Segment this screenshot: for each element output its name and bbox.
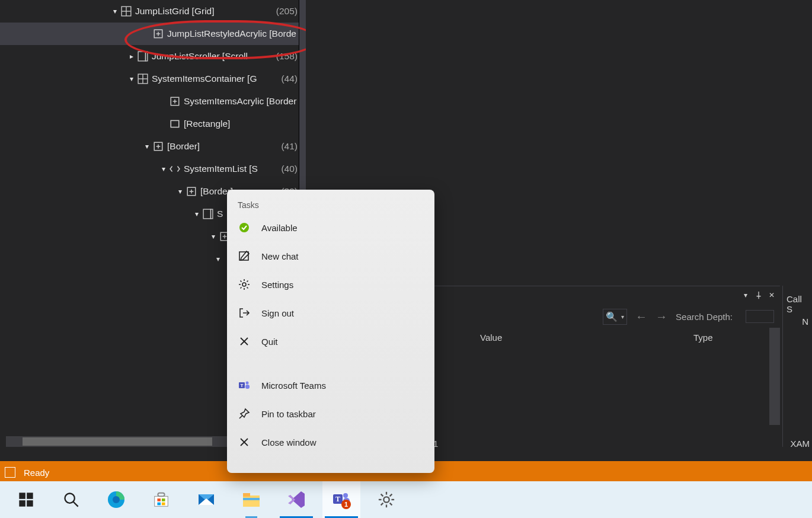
jl-item-new-chat[interactable]: New chat [227, 242, 434, 270]
tree-count: (44) [281, 73, 298, 84]
svg-rect-38 [157, 503, 161, 506]
svg-rect-34 [155, 496, 168, 506]
expander-icon[interactable]: ▾ [127, 75, 136, 83]
jl-label: Available [261, 223, 298, 233]
scrollbar-thumb[interactable] [23, 437, 212, 446]
border-icon [153, 28, 164, 39]
search-dropdown-icon[interactable]: ▾ [621, 314, 624, 320]
svg-rect-21 [203, 209, 210, 219]
expander-icon[interactable]: ▾ [142, 142, 152, 151]
svg-text:T: T [335, 495, 340, 503]
tree-label: JumpListRestyledAcrylic [Borde [167, 28, 296, 39]
jl-label: Pin to taskbar [261, 409, 316, 419]
scrollviewer-icon [138, 51, 148, 62]
jl-item-available[interactable]: Available [227, 213, 434, 242]
taskbar-start[interactable] [7, 481, 45, 518]
tree-label: JumpListGrid [Grid] [135, 6, 215, 17]
jl-label: Settings [261, 280, 293, 290]
jl-item-teams[interactable]: T Microsoft Teams [227, 371, 434, 399]
panel-scrollbar-vertical[interactable] [769, 328, 780, 425]
taskbar-file-explorer[interactable] [232, 481, 270, 518]
expander-icon[interactable]: ▾ [175, 187, 185, 196]
taskbar-search[interactable] [52, 481, 90, 518]
jl-item-quit[interactable]: Quit [227, 327, 434, 356]
svg-rect-39 [162, 503, 165, 506]
tree-row[interactable]: ▾ [Border] (41) [0, 135, 306, 158]
svg-line-31 [73, 502, 78, 507]
svg-line-62 [390, 494, 392, 497]
jl-item-close-window[interactable]: Close window [227, 428, 434, 456]
svg-point-30 [65, 494, 75, 503]
search-depth-combobox[interactable] [746, 310, 774, 323]
col-type[interactable]: Type [693, 332, 713, 343]
expander-icon[interactable]: ▾ [192, 210, 202, 218]
taskbar-teams[interactable]: T1 [322, 481, 360, 518]
svg-rect-29 [27, 500, 33, 507]
tree-row[interactable]: [Rectangle] [0, 113, 306, 135]
dropdown-arrow-icon[interactable]: ▾ [741, 290, 750, 300]
close-icon[interactable]: ✕ [767, 290, 776, 300]
jl-item-sign-out[interactable]: Sign out [227, 299, 434, 327]
svg-point-63 [239, 223, 249, 232]
nav-forward-icon[interactable]: → [656, 310, 667, 324]
expander-icon[interactable]: ▸ [127, 52, 136, 60]
border-icon [170, 96, 180, 107]
svg-rect-6 [138, 52, 145, 61]
tree-row[interactable]: JumpListRestyledAcrylic [Borde [0, 23, 306, 45]
taskbar-visual-studio[interactable] [277, 481, 315, 518]
svg-rect-44 [243, 493, 250, 497]
pin-icon[interactable] [754, 290, 763, 300]
tree-label: SystemItemsContainer [G [152, 73, 257, 84]
taskbar-edge[interactable] [97, 481, 135, 518]
svg-line-61 [381, 503, 383, 506]
svg-point-70 [246, 382, 249, 385]
svg-rect-37 [162, 498, 165, 501]
search-icon: 🔍 [606, 311, 618, 322]
tree-label: SystemItemList [S [184, 164, 258, 174]
tree-row[interactable]: ▾ JumpListGrid [Grid] (205) [0, 0, 306, 23]
tree-row[interactable]: ▾ SystemItemsContainer [G (44) [0, 68, 306, 90]
statusbar-icon [5, 467, 15, 478]
jumplist-heading: Tasks [227, 190, 434, 213]
call-stack-panel[interactable]: Call S N [782, 286, 812, 447]
tree-label: SystemItemsAcrylic [Border [184, 96, 296, 107]
svg-text:1: 1 [344, 501, 348, 508]
teams-icon: T [238, 379, 251, 392]
svg-line-59 [381, 494, 383, 497]
svg-rect-22 [211, 209, 213, 219]
tree-row[interactable]: ▸ JumpListScroller [Scroll (158) [0, 45, 306, 68]
jl-label: Close window [261, 437, 317, 447]
tree-row[interactable]: ▾ SystemItemList [S (40) [0, 158, 306, 180]
svg-rect-43 [243, 495, 260, 507]
svg-rect-27 [27, 493, 33, 499]
svg-rect-35 [158, 493, 164, 497]
taskbar-settings[interactable] [367, 481, 405, 518]
expander-icon[interactable]: ▾ [159, 165, 168, 173]
taskbar-store[interactable] [142, 481, 180, 518]
svg-point-54 [383, 497, 389, 502]
itemscontrol-icon [170, 164, 180, 174]
svg-line-60 [390, 503, 392, 506]
taskbar-mail[interactable] [187, 481, 225, 518]
col-value[interactable]: Value [480, 332, 693, 343]
jl-item-settings[interactable]: Settings [227, 270, 434, 299]
xaml-label: XAM [790, 439, 810, 449]
svg-rect-36 [157, 498, 161, 501]
rectangle-icon [170, 119, 180, 129]
gear-icon [238, 278, 251, 291]
jl-item-pin[interactable]: Pin to taskbar [227, 399, 434, 428]
tree-label: S [217, 209, 223, 219]
sign-out-icon [238, 306, 251, 319]
nav-back-icon[interactable]: ← [635, 310, 647, 324]
expander-icon[interactable]: ▾ [213, 255, 223, 263]
svg-rect-26 [19, 493, 25, 499]
tree-label: [Border] [167, 141, 200, 152]
panel-title: Call S [787, 294, 808, 314]
expander-icon[interactable]: ▾ [209, 232, 218, 241]
expander-icon[interactable]: ▾ [110, 7, 120, 15]
search-box[interactable]: 🔍 ▾ [603, 309, 627, 325]
tree-count: (158) [276, 51, 298, 62]
tree-row[interactable]: SystemItemsAcrylic [Border [0, 90, 306, 113]
svg-rect-7 [146, 52, 148, 61]
panel-sub: N [787, 316, 808, 327]
